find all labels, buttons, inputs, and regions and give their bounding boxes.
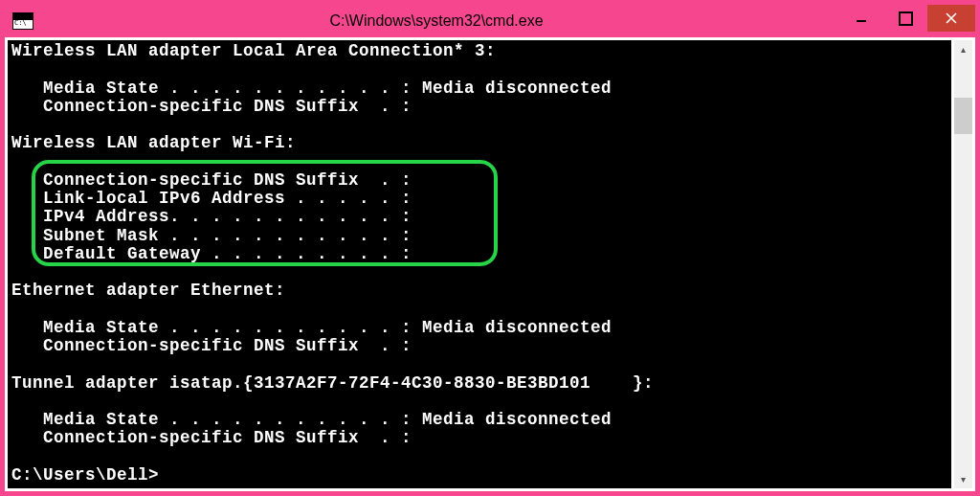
vertical-scrollbar[interactable]: ▴ ▾	[954, 40, 972, 488]
scroll-thumb[interactable]	[954, 98, 972, 134]
console-output[interactable]: Wireless LAN adapter Local Area Connecti…	[8, 40, 951, 488]
scroll-up-arrow[interactable]: ▴	[954, 40, 972, 58]
scroll-down-arrow[interactable]: ▾	[954, 470, 972, 488]
command-prompt-window: C:\Windows\system32\cmd.exe Wireless LAN…	[5, 5, 975, 491]
cmd-icon	[12, 12, 33, 30]
titlebar[interactable]: C:\Windows\system32\cmd.exe	[5, 5, 975, 37]
close-button[interactable]	[927, 5, 975, 32]
window-controls	[839, 5, 975, 37]
maximize-button[interactable]	[883, 5, 927, 32]
minimize-button[interactable]	[839, 5, 883, 32]
client-area: Wireless LAN adapter Local Area Connecti…	[5, 37, 975, 491]
window-title: C:\Windows\system32\cmd.exe	[33, 12, 839, 30]
